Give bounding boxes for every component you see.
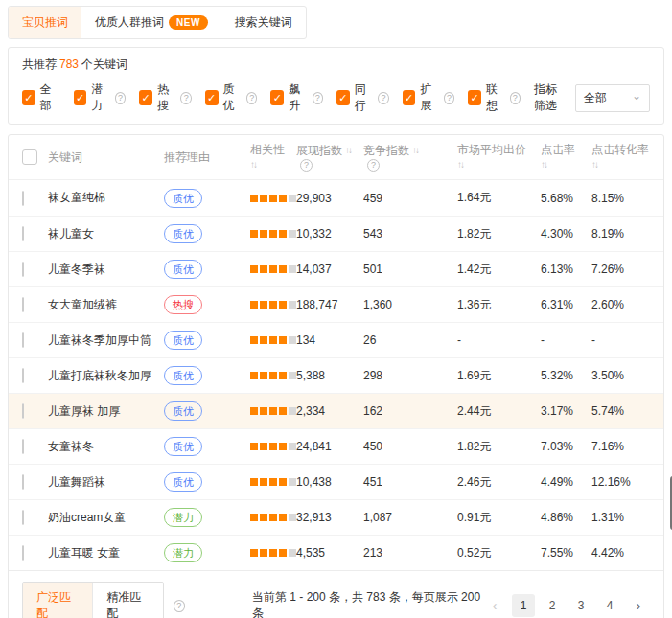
help-icon[interactable]: ? xyxy=(510,92,521,104)
page-button-2[interactable]: 2 xyxy=(541,594,564,617)
filter-option[interactable]: ✓热搜? xyxy=(139,81,192,114)
sort-icon[interactable]: ↑↓ xyxy=(412,144,418,157)
sort-icon[interactable]: ↑↓ xyxy=(250,158,296,172)
row-checkbox[interactable] xyxy=(22,226,24,241)
broad-match-button[interactable]: 广泛匹配 xyxy=(23,583,92,618)
col-header-impression[interactable]: 展现指数↑↓ ? xyxy=(296,144,363,172)
col-header-competition[interactable]: 竞争指数↑↓ ? xyxy=(363,144,457,172)
relevance-indicator xyxy=(250,407,296,415)
col-header-relevance[interactable]: 相关性 ↑↓ xyxy=(250,143,296,172)
row-checkbox[interactable] xyxy=(22,474,24,490)
col-header-ctr[interactable]: 点击率 ↑↓ xyxy=(541,143,591,172)
competition-cell: 298 xyxy=(363,369,457,382)
tab-label: 宝贝推词 xyxy=(22,14,68,31)
reason-cell: 热搜 xyxy=(164,295,250,314)
page-button-1[interactable]: 1 xyxy=(512,594,535,617)
relevance-square xyxy=(279,301,287,309)
row-checkbox[interactable] xyxy=(22,368,24,383)
metric-filter-select[interactable]: 全部 ⌄ xyxy=(575,84,650,112)
metric-filter-label: 指标筛选 xyxy=(534,81,568,114)
help-icon[interactable]: ? xyxy=(174,600,185,612)
price-cell: 1.64元 xyxy=(457,190,541,206)
relevance-square xyxy=(260,549,267,557)
tab-item-keywords[interactable]: 宝贝推词 xyxy=(9,7,81,38)
next-page-button[interactable]: › xyxy=(627,594,650,617)
relevance-indicator xyxy=(250,549,296,557)
exact-match-button[interactable]: 精准匹配 xyxy=(92,583,162,618)
checkbox-checked-icon[interactable]: ✓ xyxy=(139,90,152,105)
help-icon[interactable]: ? xyxy=(115,92,126,104)
relevance-square xyxy=(269,230,277,238)
relevance-square xyxy=(279,478,287,486)
checkbox-checked-icon[interactable]: ✓ xyxy=(403,90,416,105)
sort-icon[interactable]: ↑↓ xyxy=(591,158,650,172)
impression-cell: 10,438 xyxy=(296,475,363,489)
sort-icon[interactable]: ↑↓ xyxy=(457,158,541,172)
help-icon[interactable]: ? xyxy=(300,159,313,172)
row-checkbox[interactable] xyxy=(22,510,24,525)
tab-crowd-keywords[interactable]: 优质人群推词 NEW xyxy=(81,7,221,38)
help-icon[interactable]: ? xyxy=(313,92,323,104)
prev-page-button[interactable]: ‹ xyxy=(483,594,506,617)
keyword-cell: 儿童舞蹈袜 xyxy=(48,474,164,491)
reason-cell: 质优 xyxy=(164,437,250,456)
row-checkbox[interactable] xyxy=(22,262,24,277)
help-icon[interactable]: ? xyxy=(246,92,257,104)
keyword-cell: 袜儿童女 xyxy=(48,226,164,242)
relevance-square xyxy=(279,443,287,450)
ctr-cell: 3.17% xyxy=(541,404,591,418)
relevance-square xyxy=(289,372,296,379)
tab-search-keywords[interactable]: 搜索关键词 xyxy=(221,7,306,38)
checkbox-checked-icon[interactable]: ✓ xyxy=(336,90,350,105)
row-checkbox-cell xyxy=(22,546,48,560)
filter-option[interactable]: ✓全部 xyxy=(22,81,60,114)
competition-cell: 162 xyxy=(363,404,457,418)
cvr-cell: 8.19% xyxy=(591,227,650,240)
table-row: 儿童打底袜秋冬加厚质优5,3882981.69元5.32%3.50% xyxy=(9,357,663,393)
tab-bar: 宝贝推词 优质人群推词 NEW 搜索关键词 xyxy=(8,6,307,39)
row-checkbox[interactable] xyxy=(22,403,24,419)
page-button-3[interactable]: 3 xyxy=(569,594,592,617)
col-header-price[interactable]: 市场平均出价 ↑↓ xyxy=(457,143,541,172)
select-all-checkbox[interactable] xyxy=(22,149,37,165)
col-header-cvr[interactable]: 点击转化率 ↑↓ xyxy=(591,143,650,172)
filter-option-label: 扩展 xyxy=(420,81,440,114)
competition-cell: 213 xyxy=(363,546,457,560)
page-button-4[interactable]: 4 xyxy=(598,594,621,617)
relevance-square xyxy=(269,372,277,379)
row-checkbox[interactable] xyxy=(22,332,24,348)
relevance-square xyxy=(289,443,296,450)
filter-option[interactable]: ✓飙升? xyxy=(270,81,323,114)
match-type-toggle: 广泛匹配 精准匹配 xyxy=(22,582,164,618)
new-badge: NEW xyxy=(169,15,208,30)
relevance-square xyxy=(269,301,277,309)
help-icon[interactable]: ? xyxy=(180,92,191,104)
relevance-square xyxy=(250,443,258,450)
cvr-cell: 7.26% xyxy=(591,263,650,276)
filter-option[interactable]: ✓联想? xyxy=(468,81,521,114)
competition-cell: 1,087 xyxy=(363,511,457,524)
checkbox-checked-icon[interactable]: ✓ xyxy=(270,90,284,105)
filter-option[interactable]: ✓扩展? xyxy=(403,81,455,114)
row-checkbox[interactable] xyxy=(22,439,24,454)
reason-cell: 质优 xyxy=(164,260,250,279)
filter-option[interactable]: ✓潜力? xyxy=(74,81,127,114)
filter-option[interactable]: ✓同行? xyxy=(336,81,389,114)
row-checkbox[interactable] xyxy=(22,545,24,561)
relevance-square xyxy=(289,549,296,557)
keyword-cell: 儿童冬季袜 xyxy=(48,262,164,278)
checkbox-checked-icon[interactable]: ✓ xyxy=(22,90,35,105)
impression-cell: 24,841 xyxy=(296,440,363,453)
relevance-square xyxy=(279,372,287,379)
checkbox-checked-icon[interactable]: ✓ xyxy=(74,90,87,105)
filter-option[interactable]: ✓质优? xyxy=(205,81,258,114)
sort-icon[interactable]: ↑↓ xyxy=(541,158,591,172)
sort-icon[interactable]: ↑↓ xyxy=(345,144,351,157)
help-icon[interactable]: ? xyxy=(378,92,388,104)
checkbox-checked-icon[interactable]: ✓ xyxy=(205,90,219,105)
help-icon[interactable]: ? xyxy=(444,92,454,104)
help-icon[interactable]: ? xyxy=(367,159,380,172)
row-checkbox[interactable] xyxy=(22,297,24,312)
checkbox-checked-icon[interactable]: ✓ xyxy=(468,90,481,105)
row-checkbox[interactable] xyxy=(22,191,24,206)
